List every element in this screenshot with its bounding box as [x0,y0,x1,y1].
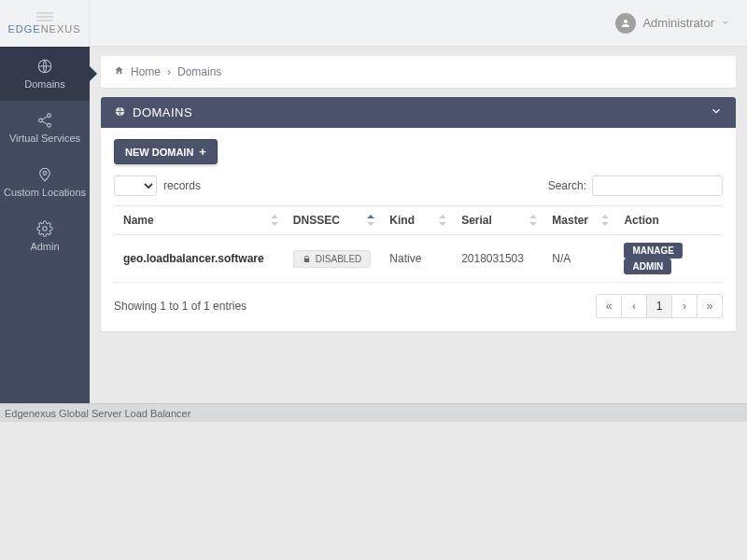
page-number-button[interactable]: 1 [646,294,672,318]
location-icon [36,166,53,183]
page-first-button[interactable]: « [596,294,622,318]
page-last-button[interactable]: » [697,294,723,318]
cell-dnssec: DISABLED [284,235,380,283]
table-info: Showing 1 to 1 of 1 entries [114,300,247,313]
globe-icon [114,105,126,120]
col-dnssec[interactable]: DNSSEC [284,206,380,235]
panel-header: DOMAINS [101,97,736,128]
sidebar-item-virtual-services[interactable]: Virtual Services [0,101,90,155]
breadcrumb: Home › Domains [101,56,736,88]
page-next-button[interactable]: › [671,294,698,318]
logo-edge: EDGE [7,23,40,35]
chevron-down-icon [721,16,730,30]
main-content: Home › Domains DOMAINS NEW DOMAIN [90,47,747,403]
admin-button[interactable]: ADMIN [624,259,671,274]
menu-icon[interactable] [36,12,53,21]
topbar: EDGENEXUS Administrator [0,0,747,47]
search-input[interactable] [592,175,723,196]
sort-icon [529,215,537,226]
sidebar-item-custom-locations[interactable]: Custom Locations [0,155,90,209]
cell-kind: Native [380,235,452,283]
new-domain-label: NEW DOMAIN [125,147,193,158]
share-icon [36,112,53,129]
col-serial[interactable]: Serial [452,206,543,235]
sidebar-item-label: Virtual Services [9,133,80,144]
svg-line-5 [42,121,48,124]
domains-table: Name DNSSEC Kind Serial Master Action ge… [114,205,723,283]
svg-point-2 [39,119,43,122]
plus-icon: + [199,146,206,158]
user-name-label: Administrator [642,16,714,30]
logo[interactable]: EDGENEXUS [0,0,90,47]
col-name[interactable]: Name [114,206,284,235]
logo-text: EDGENEXUS [7,23,80,35]
panel-title: DOMAINS [133,105,703,119]
manage-button[interactable]: MANAGE [624,243,682,259]
footer-text: Edgenexus Global Server Load Balancer [5,408,190,419]
sidebar-item-label: Custom Locations [4,187,86,198]
sort-icon [601,215,609,226]
lock-icon [303,255,311,263]
svg-point-6 [43,172,47,175]
breadcrumb-current: Domains [177,65,221,78]
svg-point-3 [48,123,51,127]
dnssec-disabled-badge: DISABLED [293,250,371,268]
footer: Edgenexus Global Server Load Balancer [0,403,747,422]
avatar-icon [615,13,636,34]
table-row: geo.loadbalancer.software DISABLED Nativ… [114,235,723,283]
col-master[interactable]: Master [543,206,614,235]
domains-panel: DOMAINS NEW DOMAIN + records Search: [101,97,736,331]
sort-asc-icon [367,215,374,226]
search-label: Search: [548,179,586,192]
col-action: Action [614,206,723,235]
cell-master: N/A [543,235,614,283]
svg-point-1 [48,114,51,118]
cell-serial: 2018031503 [452,235,543,283]
chevron-down-icon[interactable] [710,105,723,120]
sidebar-item-domains[interactable]: Domains [0,47,90,101]
user-menu[interactable]: Administrator [615,13,730,34]
col-kind[interactable]: Kind [380,206,452,235]
records-label: records [163,179,201,192]
new-domain-button[interactable]: NEW DOMAIN + [114,139,218,164]
gear-icon [36,220,53,237]
sidebar: Domains Virtual Services Custom Location… [0,47,90,403]
cell-action: MANAGE ADMIN [614,235,723,283]
sidebar-item-admin[interactable]: Admin [0,209,90,263]
globe-icon [36,58,53,75]
home-icon [114,65,124,78]
records-length-select[interactable] [114,175,157,196]
cell-name[interactable]: geo.loadbalancer.software [114,235,284,283]
pagination: « ‹ 1 › » [596,294,723,318]
sidebar-item-label: Admin [30,241,59,252]
sidebar-item-label: Domains [24,78,64,90]
breadcrumb-separator: › [167,65,171,78]
breadcrumb-home[interactable]: Home [131,65,161,78]
sort-icon [271,215,278,226]
sort-icon [439,215,446,226]
logo-nexus: NEXUS [41,23,81,35]
svg-point-7 [43,227,48,231]
page-prev-button[interactable]: ‹ [621,294,647,318]
svg-line-4 [42,117,48,119]
